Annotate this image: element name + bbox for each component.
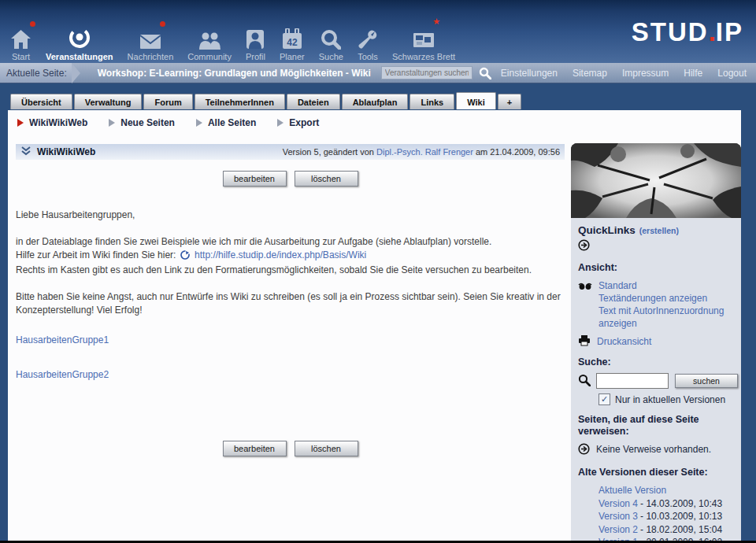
arrow-right-icon [17,119,24,127]
studip-logo: Stud.IP [632,17,743,47]
tab-teilnehmerinnen[interactable]: TeilnehmerInnen [195,94,285,109]
nav-item-schwarzes-brett[interactable]: ★ Schwarzes Brett [385,23,462,61]
nav-item-suche[interactable]: Suche [312,23,350,61]
author-link[interactable]: Dipl.-Psych. Ralf Frenger [376,147,473,157]
subnav-label: Neue Seiten [120,117,175,128]
tab-links[interactable]: Links [410,94,454,109]
nav-item-profil[interactable]: Profil [239,23,272,61]
tab-forum[interactable]: Forum [143,94,192,109]
link-logout[interactable]: Logout [717,68,747,79]
utility-links: Einstellungen Sitemap Impressum Hilfe Lo… [501,68,747,79]
arrow-right-icon [109,119,115,127]
page-frame: Übersicht Verwaltung Forum TeilnehmerInn… [0,83,756,543]
verweise-row: Keine Verweise vorhanden. [578,443,735,458]
delete-button[interactable]: löschen [295,171,358,187]
link-version-4[interactable]: Version 4 [598,498,638,509]
version-row: Version 4- 14.03.2009, 10:43 [598,497,735,511]
nav-item-start[interactable]: Start [3,23,39,61]
link-version-2[interactable]: Version 2 [598,524,638,535]
course-tabs: Übersicht Verwaltung Forum TeilnehmerInn… [10,92,523,109]
version-filter-row: ✓ Nur in aktuellen Versionen [578,393,735,405]
ansicht-heading: Ansicht: [578,262,735,274]
quicklinks-header: QuickLinks (erstellen) [578,224,735,236]
link-sitemap[interactable]: Sitemap [573,68,607,79]
subnav-label: Export [289,117,319,128]
link-hilfe[interactable]: Hilfe [684,68,702,79]
search-submit-icon[interactable] [479,67,491,79]
paragraph-line: Rechts im Kasten gibt es auch den Link z… [16,264,565,277]
pathbar: Aktuelle Seite: Workshop: E-Learning: Gr… [0,63,756,83]
nav-item-veranstaltungen[interactable]: Veranstaltungen [39,23,120,61]
wiki-page-header: WikiWikiWeb Version 5, geändert von Dipl… [16,144,565,160]
tab-ablaufplan[interactable]: Ablaufplan [342,94,409,109]
nav-item-community[interactable]: Community [180,23,239,61]
nav-item-nachrichten[interactable]: Nachrichten [120,23,181,61]
wiki-search-button[interactable]: suchen [675,374,738,388]
svg-text:42: 42 [287,37,298,48]
nav-label: Veranstaltungen [46,52,113,61]
studip-wiki-page: Start Veranstaltungen Nachrichten [0,0,756,543]
wiki-search-input[interactable] [596,373,669,389]
nav-item-tools[interactable]: Tools [350,23,385,61]
wiki-content: WikiWikiWeb Version 5, geändert von Dipl… [16,144,565,456]
druckansicht-row: Druckansicht [578,335,735,349]
breadcrumb: Workshop: E-Learning: Grundlagen und Mög… [98,68,371,79]
top-header: Start Veranstaltungen Nachrichten [0,0,756,63]
quicklinks-create-link[interactable]: (erstellen) [639,226,679,235]
version-row: Version 2- 18.02.2009, 15:04 [598,523,735,537]
wiki-page-link-gruppe2[interactable]: HausarbeitenGruppe2 [16,368,565,382]
edit-button[interactable]: bearbeiten [223,441,287,456]
edit-button[interactable]: bearbeiten [223,171,287,187]
logo-dot: . [709,17,716,46]
verweise-empty-text: Keine Verweise vorhanden. [596,443,711,456]
circle-arrow-icon [578,239,735,253]
version-date: - 10.03.2009, 10:13 [640,511,722,522]
tab-verwaltung[interactable]: Verwaltung [74,94,143,109]
subnav-label: Alle Seiten [208,117,256,128]
subnav-export[interactable]: Export [277,117,319,128]
subnav-alle-seiten[interactable]: Alle Seiten [196,117,256,128]
notification-star: ★ [432,17,440,27]
chevron-double-down-icon[interactable] [20,146,32,158]
subnav-neue-seiten[interactable]: Neue Seiten [109,117,175,128]
tab-dateien[interactable]: Dateien [287,94,340,109]
search-icon [578,374,591,389]
arrow-right-icon [196,119,202,127]
current-versions-checkbox[interactable]: ✓ [598,393,610,405]
link-aktuelle-version[interactable]: Aktuelle Version [598,484,735,497]
tab-uebersicht[interactable]: Übersicht [10,94,72,109]
top-button-row: bearbeiten löschen [16,171,565,187]
version-date: - 18.02.2009, 15:04 [640,524,722,535]
tab-wiki[interactable]: Wiki [456,92,496,109]
bottom-button-row: bearbeiten löschen [16,441,565,456]
current-page-label: Aktuelle Seite: [0,63,72,83]
link-textaenderungen[interactable]: Textänderungen anzeigen [598,292,735,305]
link-einstellungen[interactable]: Einstellungen [501,68,558,79]
link-druckansicht[interactable]: Druckansicht [597,335,651,348]
page-title: WikiWikiWeb [37,146,95,157]
calendar-icon: 42 [282,23,302,50]
course-search-input[interactable] [381,66,472,79]
home-icon [10,23,32,50]
wiki-page-link-gruppe1[interactable]: HausarbeitenGruppe1 [16,334,565,347]
nav-label: Community [187,52,232,61]
nav-label: Tools [358,52,378,61]
nav-item-planer[interactable]: 42 Planer [272,23,312,61]
help-url-link[interactable]: http://hilfe.studip.de/index.php/Basis/W… [195,249,366,260]
delete-button[interactable]: löschen [295,441,358,456]
logo-text: IP [716,17,743,46]
wiki-body: Liebe Hausarbeitengruppen, in der Dateia… [16,209,565,456]
subnav-wikiwikiweb[interactable]: WikiWikiWeb [17,117,87,128]
external-link-globe-icon [180,250,190,264]
tab-add[interactable]: + [498,94,521,109]
group-work-photo [571,143,741,218]
sidebar-search-row: suchen [578,373,735,389]
link-autorinnenzuordnung[interactable]: Text mit AutorInnenzuordnung anzeigen [598,305,735,330]
link-impressum[interactable]: Impressum [622,68,669,79]
paragraph-line: Hilfe zur Arbeit im Wiki finden Sie hier… [16,249,565,264]
sidebar-body: QuickLinks (erstellen) Ansicht: Standard [571,218,741,543]
link-standard[interactable]: Standard [598,279,735,292]
swirl-icon [68,23,91,50]
greeting-text: Liebe Hausarbeitengruppen, [16,209,565,222]
link-version-3[interactable]: Version 3 [598,511,638,522]
